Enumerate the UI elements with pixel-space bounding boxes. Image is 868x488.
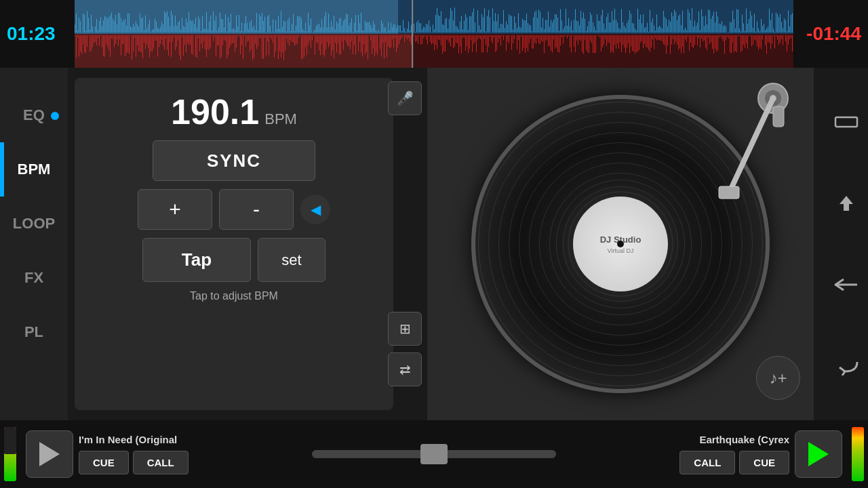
music-note-icon: ♪+ xyxy=(769,369,787,388)
mic-button[interactable]: 🎤 xyxy=(388,81,422,115)
svg-rect-5 xyxy=(773,106,784,127)
right-nav-back-button[interactable] xyxy=(829,270,863,300)
bpm-back-button[interactable]: ◀ xyxy=(300,195,330,224)
svg-line-3 xyxy=(729,98,773,193)
tap-button[interactable]: Tap xyxy=(142,238,251,282)
waveform-canvas[interactable] xyxy=(75,0,793,68)
bpm-value: 190.1 xyxy=(171,92,259,132)
left-track-buttons: CUE CALL xyxy=(79,451,189,474)
vinyl-label: DJ Studio Virtual DJ xyxy=(573,197,668,291)
left-call-button[interactable]: CALL xyxy=(133,451,189,474)
tap-hint: Tap to adjust BPM xyxy=(190,290,278,302)
grid-button[interactable]: ⊞ xyxy=(388,312,422,346)
shuffle-button[interactable]: ⇄ xyxy=(388,352,422,386)
left-cue-button[interactable]: CUE xyxy=(79,451,129,474)
sync-button[interactable]: SYNC xyxy=(153,140,315,181)
vinyl-sublabel: Virtual DJ xyxy=(608,247,634,254)
svg-rect-6 xyxy=(835,117,857,127)
crossfader-thumb[interactable] xyxy=(420,444,448,464)
crossfader-track[interactable] xyxy=(312,450,556,458)
left-level-meter xyxy=(4,427,16,481)
right-track-name: Earthquake (Cyrex xyxy=(699,434,789,445)
sidebar-item-fx[interactable]: FX xyxy=(0,251,68,305)
music-button[interactable]: ♪+ xyxy=(756,356,800,400)
time-left: 01:23 xyxy=(7,23,56,45)
right-back-arrow-button[interactable] xyxy=(829,351,863,382)
tonearm xyxy=(709,78,797,220)
right-play-button[interactable] xyxy=(795,430,842,478)
turntable-area: DJ Studio Virtual DJ ♪+ xyxy=(427,68,814,420)
vinyl-center-hole xyxy=(617,241,624,247)
crossfader-area xyxy=(214,450,654,458)
shuffle-icon: ⇄ xyxy=(399,361,411,378)
sidebar-item-loop[interactable]: LOOP xyxy=(0,197,68,251)
right-icon-back[interactable] xyxy=(829,188,863,219)
left-play-button[interactable] xyxy=(26,430,73,478)
left-sidebar: EQ BPM LOOP FX PL xyxy=(0,68,68,420)
right-cue-button[interactable]: CUE xyxy=(739,451,789,474)
bpm-plus-button[interactable]: + xyxy=(138,189,212,230)
right-call-button[interactable]: CALL xyxy=(679,451,735,474)
slider-dot xyxy=(51,112,59,120)
plus-minus-row: + - ◀ xyxy=(138,189,330,230)
svg-marker-7 xyxy=(840,196,853,211)
left-track-info: I'm In Need (Original CUE CALL xyxy=(79,434,214,474)
bpm-unit: BPM xyxy=(264,110,297,128)
right-icon-rect[interactable] xyxy=(829,107,863,138)
mic-icon: 🎤 xyxy=(397,90,414,106)
sidebar-item-pl[interactable]: PL xyxy=(0,305,68,359)
bpm-display: 190.1 BPM xyxy=(171,92,297,132)
bottom-bar: I'm In Need (Original CUE CALL Earthquak… xyxy=(0,420,868,488)
right-track-buttons: CALL CUE xyxy=(679,451,789,474)
time-right: -01:44 xyxy=(806,23,861,45)
tap-set-row: Tap set xyxy=(142,238,326,282)
right-sidebar xyxy=(824,68,868,420)
left-track-name: I'm In Need (Original xyxy=(79,434,177,445)
grid-icon: ⊞ xyxy=(399,321,411,337)
right-panel-buttons: 🎤 ⊞ ⇄ xyxy=(388,78,422,410)
right-level-meter xyxy=(852,427,864,481)
set-button[interactable]: set xyxy=(258,238,326,282)
svg-rect-4 xyxy=(719,186,739,199)
left-play-icon xyxy=(39,442,60,466)
right-play-icon xyxy=(808,442,829,466)
bpm-panel: 190.1 BPM SYNC + - ◀ Tap set Tap to adju… xyxy=(75,78,393,410)
waveform-container: 01:23 -01:44 xyxy=(0,0,868,68)
right-track-info: Earthquake (Cyrex CALL CUE xyxy=(654,434,789,474)
sidebar-item-bpm[interactable]: BPM xyxy=(0,142,68,197)
bpm-minus-button[interactable]: - xyxy=(219,189,294,230)
